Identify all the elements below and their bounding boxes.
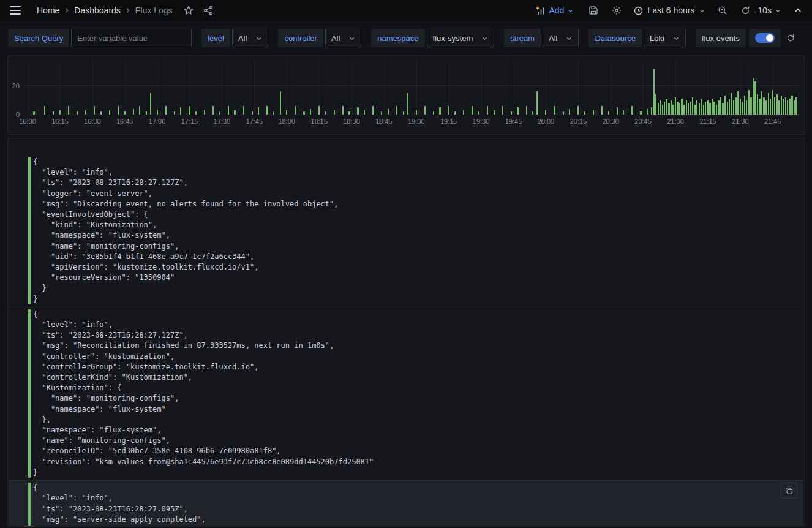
log-volume-bar (750, 97, 751, 115)
x-gridline (287, 61, 287, 115)
log-volume-bar (668, 103, 669, 115)
log-volume-bar (623, 110, 624, 115)
log-volume-bar (675, 97, 676, 115)
log-volume-bar (44, 106, 45, 115)
variable-select-namespace[interactable]: flux-system (427, 29, 495, 47)
x-axis-tick-label: 21:30 (732, 118, 749, 125)
log-volume-bar (195, 111, 197, 115)
favorite-star-button[interactable] (181, 3, 196, 18)
selected-value: All (238, 34, 247, 43)
log-volume-chart[interactable]: 16:0016:1516:3016:4517:0017:1517:3017:45… (23, 61, 800, 115)
log-volume-bar (334, 110, 335, 115)
time-range-picker[interactable]: Last 6 hours (633, 3, 707, 18)
log-volume-bar (759, 99, 760, 115)
log-volume-bar (692, 97, 693, 115)
save-dashboard-button[interactable] (586, 3, 601, 18)
x-axis-tick-label: 19:30 (473, 118, 490, 125)
breadcrumb-home[interactable]: Home (34, 6, 62, 15)
variable-label-stream: stream (504, 29, 541, 47)
variable-select-controller[interactable]: All (325, 29, 361, 47)
log-volume-bar (647, 109, 648, 115)
log-volume-bar (157, 110, 158, 115)
log-volume-bar (381, 111, 382, 115)
log-volume-bar (258, 107, 259, 115)
log-volume-bar (472, 106, 473, 115)
refresh-controls: 10s (739, 3, 783, 18)
log-volume-bar (631, 106, 633, 115)
log-row[interactable]: { "level": "info", "ts": "2023-08-23T16:… (9, 155, 803, 307)
x-axis-tick-label: 17:15 (181, 118, 198, 125)
log-volume-bar (212, 106, 214, 115)
log-volume-bar (273, 111, 274, 115)
log-volume-bar (454, 111, 456, 115)
log-volume-bar (681, 99, 682, 115)
log-json-text: { "level": "info", "ts": "2023-08-23T16:… (31, 309, 374, 478)
panel-hover-header: Untitled (718, 138, 804, 138)
x-axis-tick-label: 16:15 (51, 118, 69, 125)
share-dashboard-button[interactable] (201, 3, 216, 18)
copy-log-button[interactable] (780, 483, 797, 499)
dashboard-settings-button[interactable] (609, 3, 624, 18)
template-variables-row: Search QuerylevelAllcontrollerAllnamespa… (0, 21, 812, 55)
log-volume-bar (672, 105, 674, 115)
variables-sync-button[interactable] (784, 31, 797, 45)
log-volume-bar (554, 106, 555, 115)
log-volume-bar (439, 107, 440, 115)
breadcrumb-current-page: Flux Logs (133, 6, 175, 15)
log-volume-panel: 16:0016:1516:3016:4517:0017:1517:3017:45… (7, 55, 805, 135)
log-volume-bar (511, 111, 512, 115)
variable-label-datasource: Datasource (588, 29, 641, 47)
log-volume-bar (781, 96, 782, 115)
add-panel-button[interactable]: Add (532, 3, 577, 18)
log-volume-bar (59, 110, 61, 115)
log-volume-bar (789, 99, 791, 115)
variable-input-search-query[interactable] (71, 29, 192, 47)
refresh-dashboard-button[interactable] (739, 4, 753, 18)
x-gridline (481, 61, 482, 115)
log-volume-bar (795, 97, 797, 115)
log-volume-bar (407, 93, 408, 115)
log-volume-bar (100, 111, 102, 115)
log-volume-bar (658, 103, 659, 115)
menu-toggle-button[interactable] (7, 4, 23, 17)
variable-select-level[interactable]: All (232, 29, 268, 47)
x-axis-tick-label: 21:45 (764, 118, 781, 125)
x-axis-tick-label: 16:00 (19, 118, 36, 125)
log-volume-bar (280, 91, 281, 115)
chevron-down-icon (481, 35, 488, 42)
toggle-switch[interactable] (755, 33, 775, 43)
log-volume-bar (295, 106, 296, 115)
variable-select-datasource[interactable]: Loki (644, 29, 686, 47)
log-volume-bar (713, 102, 715, 115)
chevron-down-icon (255, 35, 262, 42)
log-volume-bar (651, 107, 652, 115)
log-volume-bar (694, 105, 696, 115)
log-volume-bar (761, 91, 762, 115)
x-axis-tick-label: 17:00 (149, 118, 166, 125)
log-volume-bar (569, 109, 570, 115)
log-volume-bar (776, 94, 778, 115)
log-row[interactable]: { "level": "info", "ts": "2023-08-23T16:… (9, 480, 803, 526)
x-axis-tick-label: 20:45 (634, 118, 652, 125)
refresh-interval-picker[interactable]: 10s (756, 3, 783, 18)
variable-toggle-flux-events[interactable] (749, 29, 781, 47)
chevron-up-icon (794, 6, 802, 15)
log-volume-bar (33, 111, 34, 115)
x-axis-tick-label: 21:00 (667, 118, 684, 125)
collapse-topbar-button[interactable] (791, 4, 805, 17)
y-axis-tick-label: 20 (8, 82, 20, 89)
gear-icon (612, 6, 622, 15)
log-volume-bar (228, 106, 229, 115)
topnav-actions: Add Last 6 hours 10s (532, 3, 805, 18)
log-volume-bar (724, 96, 726, 115)
log-volume-bar (252, 111, 253, 115)
log-volume-bar (727, 102, 728, 115)
log-volume-bar (660, 100, 661, 115)
log-row[interactable]: { "level": "info", "ts": "2023-08-23T16:… (9, 307, 803, 480)
breadcrumb-dashboards[interactable]: Dashboards (72, 6, 123, 15)
log-rows-container[interactable]: { "level": "info", "ts": "2023-08-23T16:… (9, 139, 803, 526)
x-axis-tick-label: 21:15 (699, 118, 716, 125)
time-zoom-out-button[interactable] (715, 3, 730, 18)
variable-select-stream[interactable]: All (543, 29, 579, 47)
log-volume-bar (416, 110, 417, 115)
